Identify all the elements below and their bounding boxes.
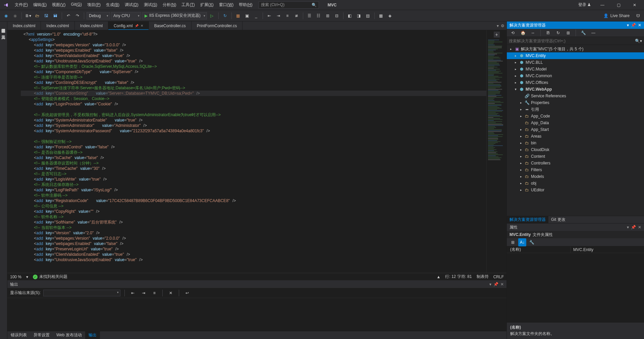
- tb-icon-4[interactable]: ☷: [315, 12, 323, 20]
- doc-tab[interactable]: BaseController.cs: [149, 21, 192, 30]
- login-button[interactable]: 登录 ♟: [576, 1, 593, 9]
- props-cat-button[interactable]: ⊞: [509, 238, 517, 246]
- indent-inc-button[interactable]: ⇥: [274, 12, 282, 20]
- rail-toolbox[interactable]: 工具箱: [1, 31, 6, 34]
- comment-button[interactable]: ≡: [283, 12, 291, 20]
- tb-icon-3[interactable]: ☰: [306, 12, 314, 20]
- nav-back-button[interactable]: ◉: [2, 12, 10, 20]
- se-properties-button[interactable]: 🔧: [579, 29, 587, 37]
- menu-工具(T)[interactable]: 工具(T): [179, 1, 197, 9]
- live-share-button[interactable]: 👤 Live Share: [600, 13, 633, 18]
- tb-icon-5[interactable]: ⊞: [324, 12, 332, 20]
- tab-overflow-button[interactable]: ▾: [497, 23, 499, 28]
- tree-item[interactable]: ▸⬢MVC.Offices: [507, 79, 644, 86]
- tree-item[interactable]: ▸🔧Properties: [507, 99, 644, 106]
- menu-窗口(W)[interactable]: 窗口(W): [216, 1, 236, 9]
- tab-solution-explorer[interactable]: 解决方案资源管理器: [507, 216, 548, 223]
- tree-item[interactable]: ▾⬢MVC.WebApp: [507, 86, 644, 93]
- tree-item[interactable]: 🔗Service References: [507, 93, 644, 99]
- doc-tab[interactable]: Config.xml📌✕: [108, 21, 149, 30]
- nav-fwd-button[interactable]: ◉: [11, 12, 19, 20]
- tree-item[interactable]: ▸🗀obj: [507, 180, 644, 187]
- menu-编辑(E)[interactable]: 编辑(E): [31, 1, 49, 9]
- panel-pin-icon[interactable]: 📌: [493, 282, 498, 287]
- tab-git-changes[interactable]: Git 更改: [548, 216, 568, 223]
- tb-icon-2[interactable]: _: [252, 12, 260, 20]
- output-source-dropdown[interactable]: [43, 290, 120, 296]
- se-close-icon[interactable]: ✕: [638, 23, 641, 28]
- menu-帮助(H)[interactable]: 帮助(H): [236, 1, 255, 9]
- se-home-button[interactable]: 🏠: [519, 29, 527, 37]
- menu-文件(F)[interactable]: 文件(F): [12, 1, 31, 9]
- tree-item[interactable]: 🗀App_Data: [507, 119, 644, 126]
- save-all-button[interactable]: 🖬: [51, 12, 59, 20]
- minimap[interactable]: +: [486, 30, 506, 273]
- output-clear-button[interactable]: ✕: [167, 289, 175, 297]
- solution-tree[interactable]: ▸▣解决方案"MVC"(5 个项目，共 5 个)▸⬢MVC.Entity▸⬢MV…: [507, 45, 644, 216]
- menu-扩展(X)[interactable]: 扩展(X): [198, 1, 216, 9]
- se-refresh-button[interactable]: ↻: [554, 29, 562, 37]
- redo-button[interactable]: ↷: [73, 12, 82, 20]
- se-home-button[interactable]: ⟲: [509, 29, 517, 37]
- prop-row[interactable]: (名称)MVC.Entity: [507, 246, 644, 253]
- save-button[interactable]: 🖫: [42, 12, 50, 20]
- issues-status[interactable]: ✓未找到相关问题: [33, 274, 67, 280]
- tree-item[interactable]: ▸🗀bin: [507, 140, 644, 146]
- rail-server-explorer[interactable]: 服务器资源管理器: [1, 24, 6, 27]
- doc-tab[interactable]: Index.cshtml: [7, 21, 41, 30]
- se-pin-icon[interactable]: 📌: [631, 23, 636, 28]
- zoom-level[interactable]: 100 %: [10, 275, 21, 279]
- undo-button[interactable]: ↶: [64, 12, 72, 20]
- props-dropdown-icon[interactable]: ▾: [627, 225, 629, 230]
- output-btn-2[interactable]: ⇥: [140, 289, 148, 297]
- tb-icon-1[interactable]: ▣: [243, 12, 251, 20]
- tree-item[interactable]: ▸🗀Areas: [507, 133, 644, 140]
- run-button[interactable]: ▶IIS Express (360安全浏览器): [142, 12, 207, 19]
- tree-item[interactable]: ▸🗀CloudDisk: [507, 146, 644, 153]
- props-pin-icon[interactable]: 📌: [631, 225, 636, 230]
- new-project-button[interactable]: 🗎▾: [24, 12, 32, 20]
- indent-mode[interactable]: 制表符: [477, 274, 489, 280]
- browser-link-button[interactable]: ▦: [234, 12, 242, 20]
- indent-dec-button[interactable]: ⇤: [265, 12, 273, 20]
- bottom-tab[interactable]: 输出: [85, 331, 100, 339]
- menu-生成(B)[interactable]: 生成(B): [103, 1, 122, 9]
- panel-dropdown-icon[interactable]: ▾: [489, 282, 491, 287]
- split-add-button[interactable]: +: [494, 32, 500, 38]
- tb-icon-11[interactable]: ◈: [386, 12, 394, 20]
- props-az-button[interactable]: A↓: [518, 238, 526, 246]
- doc-tab[interactable]: Index.cshtml: [75, 21, 108, 30]
- menu-项目(P)[interactable]: 项目(P): [85, 1, 103, 9]
- tree-item[interactable]: ▸▣解决方案"MVC"(5 个项目，共 5 个): [507, 46, 644, 52]
- search-box[interactable]: 搜索 (Ctrl+Q) 🔍: [259, 1, 319, 9]
- se-btn-1[interactable]: 🖹: [544, 29, 552, 37]
- tree-item[interactable]: ▸🗀App_Code: [507, 113, 644, 119]
- se-sync-button[interactable]: ↔: [529, 29, 537, 37]
- refresh-button[interactable]: ↻: [221, 12, 229, 20]
- menu-视图(V)[interactable]: 视图(V): [49, 1, 68, 9]
- tb-icon-10[interactable]: ▦: [377, 12, 385, 20]
- tree-item[interactable]: ▸⬢MVC.Entity: [507, 52, 644, 59]
- tree-item[interactable]: ▸⬢MVC.Common: [507, 72, 644, 79]
- tree-item[interactable]: ▸🗀Models: [507, 173, 644, 180]
- doc-tab[interactable]: PrintFormController.cs: [192, 21, 243, 30]
- se-showall-button[interactable]: —: [589, 29, 597, 37]
- open-button[interactable]: 🗁: [33, 12, 41, 20]
- maximize-button[interactable]: ▢: [612, 0, 625, 10]
- feedback-button[interactable]: ☋: [634, 12, 642, 20]
- uncomment-button[interactable]: ≢: [292, 12, 301, 20]
- close-button[interactable]: ✕: [628, 0, 641, 10]
- bottom-tab[interactable]: 错误列表: [7, 331, 30, 339]
- output-btn-1[interactable]: ⇤: [129, 289, 137, 297]
- doc-tab[interactable]: Index.cshtml: [41, 21, 74, 30]
- tree-item[interactable]: ▸🗀App_Start: [507, 126, 644, 133]
- solution-search[interactable]: 🔍▾: [507, 37, 644, 45]
- output-wrap-button[interactable]: ↩: [183, 289, 191, 297]
- eol-mode[interactable]: CRLF: [493, 275, 504, 279]
- props-close-icon[interactable]: ✕: [638, 225, 641, 230]
- bottom-tab[interactable]: Web 发布活动: [53, 331, 85, 339]
- tb-icon-7[interactable]: ◧: [346, 12, 354, 20]
- props-pages-button[interactable]: 🔧: [528, 238, 536, 246]
- minimize-button[interactable]: —: [596, 0, 609, 10]
- tree-item[interactable]: ▸🗀Content: [507, 153, 644, 160]
